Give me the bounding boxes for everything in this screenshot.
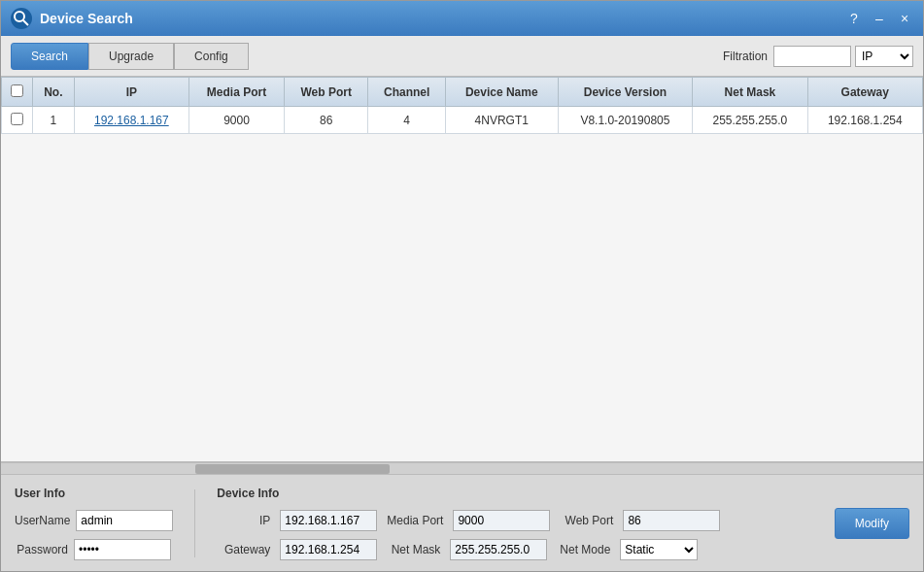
table-header-row: No. IP Media Port Web Port Channel Devic… [2, 78, 923, 107]
username-input[interactable] [76, 510, 173, 531]
device-media-port-label: Media Port [387, 514, 443, 527]
table-row[interactable]: 1 192.168.1.167 9000 86 4 4NVRGT1 V8.1.0… [2, 107, 923, 134]
device-table-area[interactable]: No. IP Media Port Web Port Channel Devic… [1, 77, 923, 462]
toolbar: Search Upgrade Config Filtration IP MAC … [1, 36, 923, 77]
device-ip-row: IP Media Port Web Port [217, 510, 720, 531]
user-info-section: User Info UserName Password [15, 487, 173, 560]
close-button[interactable]: × [896, 10, 913, 27]
help-button[interactable]: ? [845, 10, 863, 27]
section-divider [194, 489, 195, 557]
filtration-input[interactable] [773, 46, 851, 67]
modify-button[interactable]: Modify [835, 508, 909, 539]
col-ip: IP [74, 78, 188, 107]
col-no: No. [33, 78, 75, 107]
device-net-mask-input[interactable] [450, 539, 547, 560]
select-all-checkbox[interactable] [11, 84, 23, 97]
device-info-title: Device Info [217, 487, 720, 500]
device-ip-label: IP [217, 514, 270, 527]
col-media-port: Media Port [189, 78, 285, 107]
filtration-select[interactable]: IP MAC SN [855, 46, 913, 67]
device-ip-input[interactable] [280, 510, 377, 531]
row-net-mask: 255.255.255.0 [693, 107, 807, 134]
row-checkbox[interactable] [11, 113, 23, 125]
col-net-mask: Net Mask [693, 78, 807, 107]
row-ip[interactable]: 192.168.1.167 [74, 107, 188, 134]
minimize-button[interactable]: – [871, 10, 888, 27]
col-checkbox [2, 78, 33, 107]
row-no: 1 [33, 107, 75, 134]
svg-line-1 [23, 20, 28, 25]
scroll-thumb[interactable] [195, 464, 390, 474]
device-info-section: Device Info IP Media Port Web Port Gatew… [217, 487, 720, 560]
row-gateway: 192.168.1.254 [807, 107, 922, 134]
filtration-label: Filtration [723, 50, 768, 63]
user-info-title: User Info [15, 487, 173, 500]
row-device-version: V8.1.0-20190805 [558, 107, 693, 134]
net-mode-select[interactable]: Static DHCP [620, 539, 698, 560]
device-net-mask-label: Net Mask [387, 543, 440, 556]
horizontal-scrollbar[interactable] [1, 462, 923, 474]
device-web-port-input[interactable] [623, 510, 720, 531]
tab-config[interactable]: Config [174, 43, 249, 70]
col-web-port: Web Port [285, 78, 368, 107]
col-gateway: Gateway [807, 78, 922, 107]
password-label: Password [15, 543, 68, 556]
row-checkbox-cell[interactable] [2, 107, 33, 134]
username-row: UserName [15, 510, 173, 531]
row-media-port: 9000 [189, 107, 285, 134]
device-table: No. IP Media Port Web Port Channel Devic… [1, 77, 923, 134]
title-bar: Device Search ? – × [1, 1, 923, 36]
row-device-name: 4NVRGT1 [445, 107, 558, 134]
app-icon [11, 8, 32, 29]
col-channel: Channel [368, 78, 446, 107]
svg-point-0 [15, 12, 24, 21]
device-gateway-input[interactable] [280, 539, 377, 560]
row-channel: 4 [368, 107, 446, 134]
col-device-version: Device Version [558, 78, 693, 107]
password-row: Password [15, 539, 173, 560]
tab-upgrade[interactable]: Upgrade [88, 43, 174, 70]
main-window: Device Search ? – × Search Upgrade Confi… [0, 0, 924, 572]
row-web-port: 86 [285, 107, 368, 134]
device-gateway-label: Gateway [217, 543, 270, 556]
device-net-mode-label: Net Mode [557, 543, 610, 556]
username-label: UserName [15, 514, 70, 527]
device-net-row: Gateway Net Mask Net Mode Static DHCP [217, 539, 720, 560]
title-controls: ? – × [845, 10, 913, 27]
tab-search[interactable]: Search [11, 43, 88, 70]
col-device-name: Device Name [445, 78, 558, 107]
window-title: Device Search [40, 11, 845, 26]
bottom-panel: User Info UserName Password Device Info … [1, 474, 923, 571]
device-web-port-label: Web Port [560, 514, 613, 527]
device-media-port-input[interactable] [453, 510, 550, 531]
password-input[interactable] [74, 539, 171, 560]
